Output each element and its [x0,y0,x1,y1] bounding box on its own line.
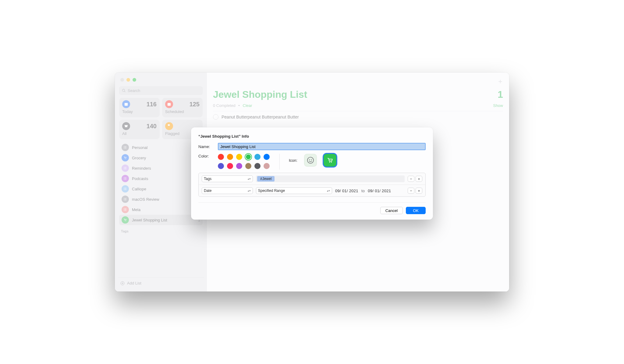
svg-point-16 [124,188,124,188]
app-window: Search 116 Today 125 Sched [115,72,509,292]
sidebar-list-item[interactable]: Calliope [119,184,203,194]
tray-icon [122,122,130,130]
color-swatch[interactable] [218,163,224,169]
color-swatch[interactable] [236,163,242,169]
color-swatch[interactable] [264,163,270,169]
sidebar-list-item[interactable]: Podcasts [119,173,203,184]
tag-token[interactable]: #Jewel [257,176,275,182]
tile-all[interactable]: 140 All [119,120,160,139]
icon-option-cart[interactable] [324,154,336,167]
tile-scheduled-count: 125 [190,101,200,108]
minimize-button[interactable] [126,78,130,82]
cart-icon [122,154,129,161]
sidebar-list-item[interactable]: Jewel Shopping List1 [119,215,203,225]
rule-remove-button[interactable]: − [408,188,414,194]
list-icon [122,175,129,182]
list-info-dialog: “Jewel Shopping List” Info Name: Color: … [191,127,433,220]
color-swatch[interactable] [245,163,251,169]
list-icon [122,144,129,151]
chevron-updown-icon: ▴▾ [248,178,251,180]
list-count: 1 [498,89,503,100]
svg-point-23 [124,209,124,210]
rule-add-button[interactable]: + [416,188,422,194]
rule-row-tags: Tags ▴▾ #Jewel − + [199,173,425,185]
svg-point-5 [124,146,124,147]
svg-point-18 [124,189,124,190]
svg-point-13 [124,177,124,178]
color-swatch[interactable] [254,154,261,160]
rule-tags-field[interactable]: #Jewel [256,175,405,182]
color-swatch[interactable] [245,154,251,160]
sidebar-list-item[interactable]: Mela4 [119,204,203,215]
smart-rules: Tags ▴▾ #Jewel − + Date ▴▾ Specified Ran… [198,173,426,197]
close-button[interactable] [120,78,124,82]
chevron-updown-icon: ▴▾ [327,189,330,192]
sidebar-list-item[interactable]: Reminders [119,163,203,173]
color-swatch[interactable] [264,154,270,160]
reminder-item[interactable]: Peanut Butterpeanut Butterpeanut Butter [213,111,503,123]
add-list-label: Add List [127,281,141,285]
reminder-checkbox[interactable] [213,114,218,120]
svg-point-7 [124,148,124,148]
date-from[interactable]: 09/ 01/ 2021 [335,189,358,193]
chevron-updown-icon: ▴▾ [248,189,251,192]
completed-label: 0 Completed [213,103,236,108]
rule-field-select[interactable]: Date ▴▾ [202,187,253,194]
svg-point-25 [125,221,126,221]
tile-all-count: 140 [147,123,157,130]
clear-button[interactable]: Clear [243,103,252,108]
svg-point-28 [307,157,314,163]
list-icon [122,206,129,213]
svg-point-12 [124,169,124,169]
icon-label: Icon: [289,158,297,163]
new-reminder-button[interactable]: ＋ [497,77,504,86]
sidebar-list-item[interactable]: Personal [119,142,203,153]
color-swatch[interactable] [227,154,233,160]
ok-button[interactable]: OK [406,207,426,214]
flag-icon [165,122,173,130]
rule-row-date: Date ▴▾ Specified Range ▴▾ 09/ 01/ 2021 … [199,185,425,196]
icon-option-emoji[interactable] [304,154,317,167]
svg-line-1 [124,91,125,92]
color-swatch[interactable] [254,163,261,169]
list-icon [122,185,129,193]
svg-point-15 [124,179,124,179]
color-swatch[interactable] [236,154,242,160]
rule-field-select[interactable]: Tags ▴▾ [202,175,253,182]
name-label: Name: [198,144,214,149]
rule-operator-select[interactable]: Specified Range ▴▾ [256,187,332,194]
svg-point-10 [124,167,124,167]
cancel-button[interactable]: Cancel [380,207,403,214]
show-button[interactable]: Show [493,103,503,108]
tile-today-label: Today [122,109,157,114]
svg-point-0 [122,89,125,92]
color-grid [218,154,270,170]
tile-all-label: All [122,131,157,136]
date-to[interactable]: 09/ 01/ 2021 [368,189,391,193]
sidebar-list-label: Reminders [132,166,151,171]
tags-section-label: Tags [118,225,204,234]
rule-add-button[interactable]: + [416,176,422,182]
list-icon [122,164,129,172]
sidebar-list-label: Jewel Shopping List [132,218,167,222]
tile-today[interactable]: 116 Today [119,98,160,117]
window-controls [120,78,136,82]
sidebar-list-item[interactable]: Grocery [119,153,203,163]
name-field[interactable] [218,143,426,150]
dialog-title: “Jewel Shopping List” Info [198,134,426,139]
color-swatch[interactable] [227,163,233,169]
sidebar-list-item[interactable]: macOS Review [119,194,203,204]
tile-scheduled[interactable]: 125 Scheduled [162,98,203,117]
rule-remove-button[interactable]: − [408,176,414,182]
zoom-button[interactable] [133,78,136,82]
search-input[interactable]: Search [119,87,203,95]
svg-point-29 [309,159,310,160]
color-swatch[interactable] [218,154,224,160]
svg-point-32 [331,162,332,163]
add-list-button[interactable]: Add List [118,277,204,288]
svg-point-8 [125,159,126,159]
svg-point-21 [124,200,124,200]
date-to-label: to [361,189,365,193]
color-label: Color: [198,154,214,158]
svg-point-30 [311,159,312,160]
